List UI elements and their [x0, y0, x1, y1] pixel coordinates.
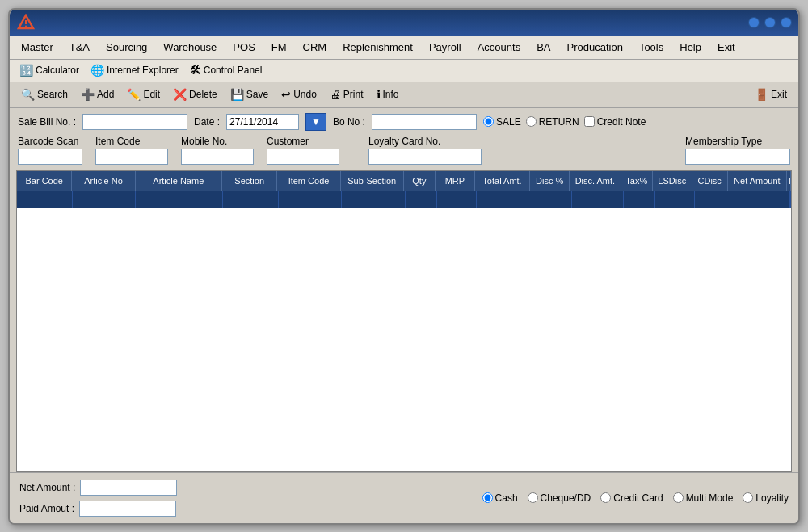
toolbar-controlpanel[interactable]: 🛠 Control Panel — [187, 62, 266, 78]
exit-button[interactable]: 🚪 Exit — [750, 86, 792, 103]
return-radio-label[interactable]: RETURN — [526, 116, 579, 128]
loyalty-card-input[interactable] — [368, 149, 482, 165]
mobile-no-input[interactable] — [181, 149, 254, 165]
cell-item-code — [279, 191, 343, 208]
grid-selected-row[interactable] — [17, 191, 791, 208]
cell-tax — [624, 191, 655, 208]
close-button[interactable] — [748, 17, 760, 28]
minimize-button[interactable] — [764, 17, 776, 28]
cheque-radio[interactable] — [528, 492, 538, 503]
menu-fm[interactable]: FM — [263, 38, 295, 57]
menu-master[interactable]: Master — [13, 38, 61, 57]
sale-radio[interactable] — [483, 116, 494, 127]
data-grid: Bar Code Article No Article Name Section… — [16, 170, 792, 472]
sale-radio-label[interactable]: SALE — [483, 116, 521, 128]
undo-icon: ↩ — [281, 88, 291, 101]
membership-group: Membership Type — [685, 136, 790, 165]
title-bar-left — [16, 13, 36, 32]
cheque-option[interactable]: Cheque/DD — [528, 492, 591, 504]
delete-button[interactable]: ❌ Delete — [168, 86, 222, 103]
menu-tools[interactable]: Tools — [631, 38, 671, 57]
cell-net-amount — [730, 191, 790, 208]
membership-type-label: Membership Type — [685, 136, 790, 147]
date-input[interactable] — [226, 114, 299, 130]
toolbar-ie[interactable]: 🌐 Internet Explorer — [87, 62, 182, 78]
menu-warehouse[interactable]: Warehouse — [155, 38, 225, 57]
barcode-scan-input[interactable] — [18, 149, 82, 165]
multi-mode-option[interactable]: Multi Mode — [673, 492, 734, 504]
cell-qty — [406, 191, 437, 208]
controlpanel-icon: 🛠 — [190, 64, 201, 77]
menu-replenishment[interactable]: Replenishment — [335, 38, 421, 57]
app-logo — [16, 13, 36, 32]
add-icon: ➕ — [81, 88, 95, 101]
mobile-no-label: Mobile No. — [181, 136, 254, 147]
date-dropdown-button[interactable]: ▼ — [305, 113, 326, 131]
menu-exit[interactable]: Exit — [709, 38, 743, 57]
return-radio[interactable] — [526, 116, 537, 127]
cell-total-amt — [477, 191, 532, 208]
action-bar: 🔍 Search ➕ Add ✏️ Edit ❌ Delete 💾 Save ↩… — [10, 82, 798, 108]
cash-radio[interactable] — [482, 492, 493, 503]
col-sub-section: Sub-Section — [341, 171, 404, 191]
bottom-bar: Net Amount : Paid Amout : Cash Cheque/DD… — [10, 472, 798, 523]
menu-help[interactable]: Help — [671, 38, 709, 57]
undo-button[interactable]: ↩ Undo — [276, 86, 322, 103]
credit-note-checkbox-label[interactable]: Credit Note — [584, 116, 646, 128]
customer-group: Customer — [267, 136, 339, 165]
multi-mode-radio[interactable] — [673, 492, 684, 503]
title-bar-controls — [748, 17, 792, 28]
paid-amount-input[interactable] — [79, 501, 176, 517]
menu-accounts[interactable]: Accounts — [469, 38, 528, 57]
menu-pos[interactable]: POS — [225, 38, 263, 57]
menu-payroll[interactable]: Payroll — [421, 38, 469, 57]
print-icon: 🖨 — [330, 88, 341, 101]
cell-disc-amt — [572, 191, 624, 208]
loyalty-card-label: Loyalty Card No. — [368, 136, 482, 147]
bo-no-input[interactable] — [372, 114, 477, 130]
customer-input[interactable] — [267, 149, 339, 165]
loyality-option[interactable]: Loyality — [743, 492, 789, 504]
cell-lsdisc — [655, 191, 695, 208]
search-button[interactable]: 🔍 Search — [16, 86, 73, 103]
grid-header: Bar Code Article No Article Name Section… — [17, 171, 791, 191]
net-amount-input[interactable] — [80, 480, 177, 496]
membership-type-input[interactable] — [685, 149, 790, 165]
cell-section — [223, 191, 279, 208]
customer-label: Customer — [267, 136, 339, 147]
cash-option[interactable]: Cash — [482, 492, 518, 504]
credit-note-checkbox[interactable] — [584, 116, 595, 127]
credit-card-option[interactable]: Credit Card — [600, 492, 663, 504]
add-button[interactable]: ➕ Add — [76, 86, 119, 103]
add-label: Add — [97, 89, 114, 100]
edit-button[interactable]: ✏️ Edit — [122, 86, 165, 103]
toolbar-calculator[interactable]: 🔢 Calculator — [16, 62, 82, 78]
form-area: Sale Bill No. : Date : ▼ Bo No : SALE RE… — [10, 108, 798, 170]
sale-return-group: SALE RETURN Credit Note — [483, 116, 646, 128]
print-button[interactable]: 🖨 Print — [325, 86, 368, 103]
net-amount-field: Net Amount : — [19, 480, 177, 496]
col-total-amt: Total Amt. — [475, 171, 530, 191]
menu-sourcing[interactable]: Sourcing — [98, 38, 155, 57]
sale-bill-input[interactable] — [82, 114, 187, 130]
item-code-input[interactable] — [95, 149, 168, 165]
loyality-radio[interactable] — [743, 492, 753, 503]
menu-crm[interactable]: CRM — [295, 38, 335, 57]
net-amount-label: Net Amount : — [19, 482, 75, 493]
exit-label: Exit — [771, 89, 787, 100]
credit-card-radio[interactable] — [600, 492, 611, 503]
menu-ba[interactable]: BA — [528, 38, 558, 57]
col-tax: Tax% — [621, 171, 653, 191]
data-table-body[interactable] — [17, 208, 791, 471]
menu-tna[interactable]: T&A — [61, 38, 98, 57]
exit-icon: 🚪 — [755, 88, 768, 101]
save-label: Save — [246, 89, 268, 100]
maximize-button[interactable] — [781, 17, 792, 28]
menu-producation[interactable]: Producation — [559, 38, 631, 57]
loyality-label: Loyality — [755, 492, 789, 504]
payment-options: Cash Cheque/DD Credit Card Multi Mode Lo… — [482, 492, 789, 504]
save-button[interactable]: 💾 Save — [225, 86, 273, 103]
credit-card-label: Credit Card — [613, 492, 663, 504]
info-button[interactable]: ℹ Info — [372, 86, 404, 103]
delete-label: Delete — [189, 89, 217, 100]
